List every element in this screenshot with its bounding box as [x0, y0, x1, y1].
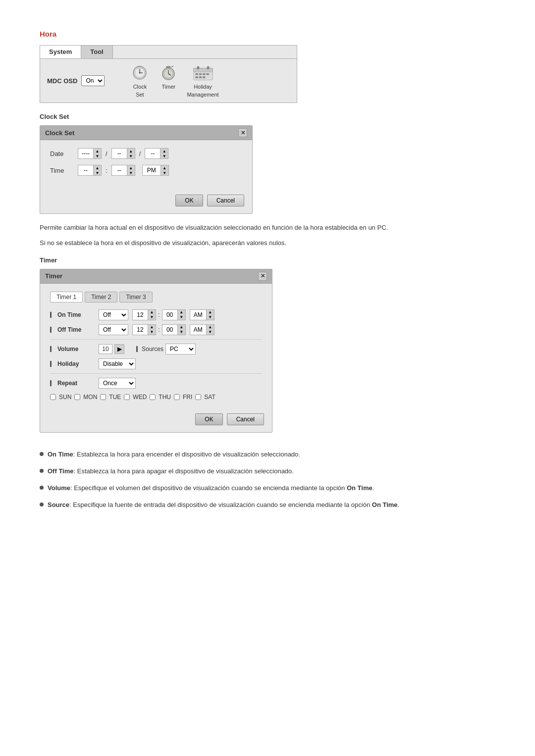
- timer1-tab[interactable]: Timer 1: [50, 292, 83, 302]
- on-ampm-down[interactable]: ▼: [206, 315, 214, 320]
- sources-label: Sources: [142, 346, 163, 353]
- on-ampm-spinner[interactable]: ▲ ▼: [190, 309, 214, 320]
- clock-cancel-button[interactable]: Cancel: [207, 195, 244, 206]
- date-input3[interactable]: [145, 149, 160, 158]
- timer3-tab[interactable]: Timer 3: [119, 292, 152, 302]
- date-up1[interactable]: ▲: [93, 149, 101, 153]
- date-up3[interactable]: ▲: [160, 149, 168, 153]
- time-ampm-down[interactable]: ▼: [160, 170, 168, 175]
- timer-dialog-close[interactable]: ✕: [258, 272, 267, 281]
- clock-dialog-close[interactable]: ✕: [238, 128, 247, 137]
- on-hour-input[interactable]: [133, 310, 148, 320]
- off-hour-up[interactable]: ▲: [148, 325, 156, 330]
- date-up2[interactable]: ▲: [127, 149, 135, 153]
- on-time-select[interactable]: Off On: [99, 309, 128, 320]
- off-min-up[interactable]: ▲: [177, 325, 185, 330]
- time-down1[interactable]: ▼: [93, 170, 101, 175]
- time-ampm-control[interactable]: ▲ ▼: [142, 165, 169, 176]
- timer-cancel-button[interactable]: Cancel: [227, 413, 264, 425]
- time-up2[interactable]: ▲: [127, 165, 135, 170]
- off-hour-down[interactable]: ▼: [148, 330, 156, 335]
- svg-rect-19: [203, 76, 205, 78]
- timer-ok-button[interactable]: OK: [195, 413, 222, 425]
- on-ampm-up[interactable]: ▲: [206, 310, 214, 315]
- timer2-tab[interactable]: Timer 2: [85, 292, 117, 302]
- date-down2[interactable]: ▼: [127, 153, 135, 158]
- off-ampm-input[interactable]: [190, 325, 206, 335]
- clock-set-icon-item[interactable]: Clock Set: [129, 64, 150, 98]
- on-ampm-input[interactable]: [190, 310, 206, 320]
- off-time-select[interactable]: Off On: [99, 324, 128, 335]
- date-spinner2[interactable]: ▲ ▼: [111, 148, 135, 159]
- date-input2[interactable]: [112, 149, 127, 158]
- off-colon: :: [158, 326, 160, 333]
- timer-section-title: Timer: [40, 256, 495, 264]
- bullet3-text: Volume: Especifique el volumen del dispo…: [48, 483, 374, 493]
- date-row: Date ▲ ▼ / ▲ ▼ /: [50, 148, 242, 159]
- clock-set-dialog: Clock Set ✕ Date ▲ ▼ / ▲: [40, 125, 253, 214]
- clock-set-label2: Set: [136, 92, 144, 98]
- time-spinner2[interactable]: ▲ ▼: [111, 165, 135, 176]
- svg-rect-14: [199, 73, 201, 75]
- system-tab[interactable]: System: [40, 46, 81, 58]
- timer-dialog: Timer ✕ Timer 1 Timer 2 Timer 3 On Time …: [40, 269, 272, 433]
- day-sat-label: SAT: [204, 394, 215, 401]
- day-sat-checkbox[interactable]: [195, 394, 201, 400]
- time-ampm-input[interactable]: [143, 165, 160, 175]
- date-spinner1[interactable]: ▲ ▼: [78, 148, 102, 159]
- bullet-dot-2: [40, 469, 44, 473]
- time-up1[interactable]: ▲: [93, 165, 101, 170]
- hora-section: Hora System Tool MDC OSD On Off: [40, 30, 495, 510]
- on-min-input[interactable]: [162, 310, 177, 320]
- svg-rect-17: [195, 76, 198, 78]
- vbar-src: [136, 346, 138, 352]
- day-fri-label: FRI: [183, 394, 192, 401]
- bullet-dot-4: [40, 503, 44, 506]
- date-down3[interactable]: ▼: [160, 153, 168, 158]
- timer-icon-item[interactable]: Timer: [158, 64, 179, 98]
- off-min-down[interactable]: ▼: [177, 330, 185, 335]
- holiday-select[interactable]: Disable Enable: [99, 358, 136, 369]
- on-min-down[interactable]: ▼: [177, 315, 185, 320]
- day-sun-checkbox[interactable]: [50, 394, 56, 400]
- off-hour-input[interactable]: [133, 325, 148, 335]
- clock-ok-button[interactable]: OK: [175, 195, 203, 206]
- on-hour-spinner[interactable]: ▲ ▼: [132, 309, 156, 320]
- day-fri-checkbox[interactable]: [174, 394, 180, 400]
- bullet4-text: Source: Especifique la fuente de entrada…: [48, 500, 399, 510]
- time-down2[interactable]: ▼: [127, 170, 135, 175]
- volume-control: 10 ▶: [99, 344, 124, 354]
- bullet-item-offtime: Off Time: Establezca la hora para apagar…: [40, 466, 495, 476]
- time-spinner1[interactable]: ▲ ▼: [78, 165, 102, 176]
- volume-increase-btn[interactable]: ▶: [114, 344, 124, 354]
- off-ampm-spinner[interactable]: ▲ ▼: [190, 324, 214, 335]
- date-sep1: /: [105, 150, 108, 157]
- off-ampm-up[interactable]: ▲: [206, 325, 214, 330]
- day-thu-checkbox[interactable]: [150, 394, 156, 400]
- date-spinner3[interactable]: ▲ ▼: [145, 148, 168, 159]
- on-min-up[interactable]: ▲: [177, 310, 185, 315]
- on-min-spinner[interactable]: ▲ ▼: [162, 309, 186, 320]
- holiday-icon-item[interactable]: Holiday Management: [187, 64, 218, 98]
- day-sun-label: SUN: [59, 394, 71, 401]
- mdc-osd-select[interactable]: On Off: [81, 75, 105, 86]
- time-input2[interactable]: [112, 165, 127, 175]
- on-hour-down[interactable]: ▼: [148, 315, 156, 320]
- time-ampm-up[interactable]: ▲: [160, 165, 168, 170]
- day-wed-checkbox[interactable]: [124, 394, 130, 400]
- tool-tab[interactable]: Tool: [81, 46, 112, 58]
- off-ampm-down[interactable]: ▼: [206, 330, 214, 335]
- sources-select[interactable]: PC HDMI DVI: [165, 344, 196, 354]
- time-input1[interactable]: [78, 165, 93, 175]
- vbar-vol: [50, 346, 52, 352]
- off-min-spinner[interactable]: ▲ ▼: [162, 324, 186, 335]
- repeat-select[interactable]: Once Daily Weekly: [99, 378, 136, 389]
- day-mon-checkbox[interactable]: [74, 394, 80, 400]
- date-input1[interactable]: [78, 149, 93, 158]
- on-hour-up[interactable]: ▲: [148, 310, 156, 315]
- timer-icon: [158, 64, 179, 82]
- off-hour-spinner[interactable]: ▲ ▼: [132, 324, 156, 335]
- day-tue-checkbox[interactable]: [100, 394, 106, 400]
- off-min-input[interactable]: [162, 325, 177, 335]
- date-down1[interactable]: ▼: [93, 153, 101, 158]
